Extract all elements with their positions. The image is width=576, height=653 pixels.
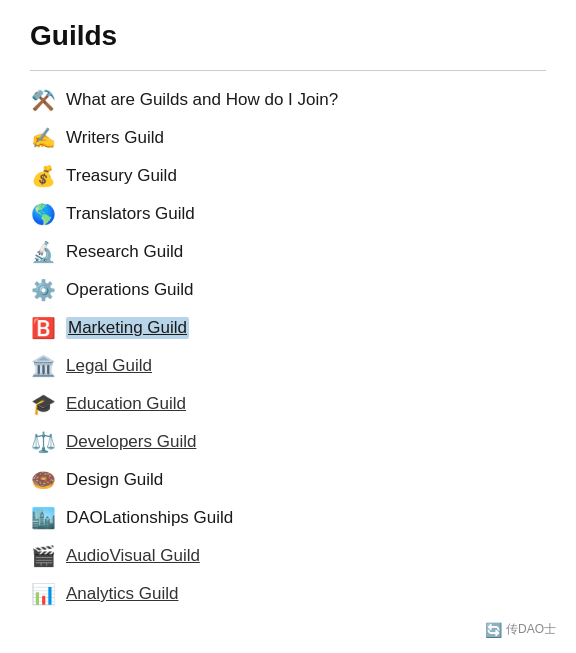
translators-guild-icon: 🌎 [30,202,56,226]
daolationships-guild-icon: 🏙️ [30,506,56,530]
watermark-icon: 🔄 [485,622,502,638]
watermark: 🔄 传DAO士 [485,621,556,638]
developers-guild-icon: ⚖️ [30,430,56,454]
operations-guild-link[interactable]: Operations Guild [66,280,194,300]
list-item-education-guild: 🎓Education Guild [30,385,546,423]
legal-guild-icon: 🏛️ [30,354,56,378]
analytics-guild-link[interactable]: Analytics Guild [66,584,178,604]
treasury-guild-icon: 💰 [30,164,56,188]
operations-guild-icon: ⚙️ [30,278,56,302]
list-item-analytics-guild: 📊Analytics Guild [30,575,546,613]
what-are-guilds-link[interactable]: What are Guilds and How do I Join? [66,90,338,110]
list-item-daolationships-guild: 🏙️DAOLationships Guild [30,499,546,537]
list-item-operations-guild: ⚙️Operations Guild [30,271,546,309]
education-guild-link[interactable]: Education Guild [66,394,186,414]
page-title: Guilds [30,20,546,52]
translators-guild-link[interactable]: Translators Guild [66,204,195,224]
writers-guild-icon: ✍️ [30,126,56,150]
design-guild-icon: 🍩 [30,468,56,492]
legal-guild-link[interactable]: Legal Guild [66,356,152,376]
audiovisual-guild-link[interactable]: AudioVisual Guild [66,546,200,566]
list-item-design-guild: 🍩Design Guild [30,461,546,499]
what-are-guilds-icon: ⚒️ [30,88,56,112]
top-divider [30,70,546,71]
daolationships-guild-link[interactable]: DAOLationships Guild [66,508,233,528]
list-item-audiovisual-guild: 🎬AudioVisual Guild [30,537,546,575]
list-item-marketing-guild: 🅱️Marketing Guild [30,309,546,347]
research-guild-link[interactable]: Research Guild [66,242,183,262]
research-guild-icon: 🔬 [30,240,56,264]
education-guild-icon: 🎓 [30,392,56,416]
list-item-what-are-guilds: ⚒️What are Guilds and How do I Join? [30,81,546,119]
list-item-research-guild: 🔬Research Guild [30,233,546,271]
treasury-guild-link[interactable]: Treasury Guild [66,166,177,186]
list-item-treasury-guild: 💰Treasury Guild [30,157,546,195]
marketing-guild-icon: 🅱️ [30,316,56,340]
audiovisual-guild-icon: 🎬 [30,544,56,568]
analytics-guild-icon: 📊 [30,582,56,606]
list-item-legal-guild: 🏛️Legal Guild [30,347,546,385]
writers-guild-link[interactable]: Writers Guild [66,128,164,148]
guild-list: ⚒️What are Guilds and How do I Join?✍️Wr… [30,81,546,613]
list-item-developers-guild: ⚖️Developers Guild [30,423,546,461]
list-item-translators-guild: 🌎Translators Guild [30,195,546,233]
design-guild-link[interactable]: Design Guild [66,470,163,490]
list-item-writers-guild: ✍️Writers Guild [30,119,546,157]
watermark-text: 传DAO士 [506,621,556,638]
marketing-guild-link[interactable]: Marketing Guild [66,317,189,339]
developers-guild-link[interactable]: Developers Guild [66,432,196,452]
